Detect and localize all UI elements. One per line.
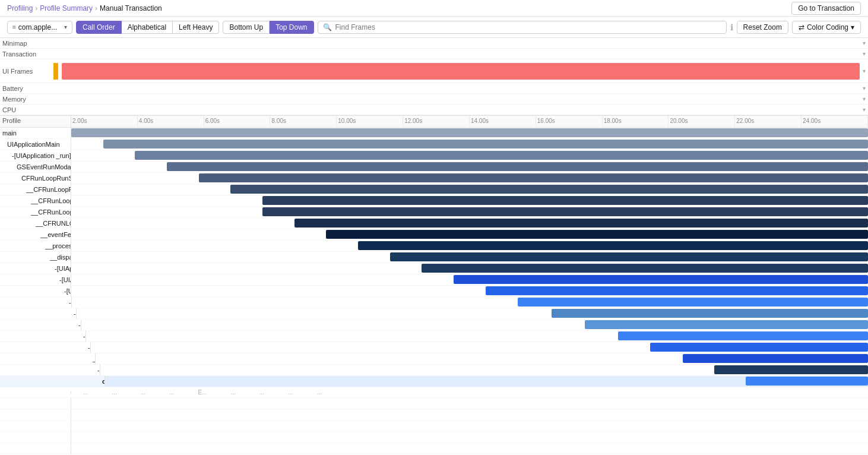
flame-bar <box>618 331 868 340</box>
flame-row[interactable]: -[UIApplication _run] <box>0 150 868 162</box>
menu-icon: ≡ <box>12 24 16 30</box>
timeline-tick: 10.00s <box>337 116 403 127</box>
left-heavy-button[interactable]: Left Heavy <box>173 21 219 34</box>
flame-bar <box>714 365 868 374</box>
flame-row-track <box>91 342 868 353</box>
flame-row-track <box>100 365 868 375</box>
flame-row[interactable]: __CFRUNLOOP_IS_CALLING_OUT_TO_A_SOURCE0_… <box>0 218 868 229</box>
flame-row[interactable]: __dispatchPreprocessedEventFromEventQueu… <box>0 252 868 263</box>
flame-row-label: UIApplicationMain <box>0 139 71 150</box>
flame-row-track <box>71 286 868 296</box>
flame-row[interactable]: __49-[SentrySwizzleWrapper swizzleSendAc… <box>0 353 868 365</box>
minimap-label: Minimap <box>2 40 50 47</box>
dot-group: ... <box>259 389 264 396</box>
minimap-collapse-icon[interactable]: ▾ <box>863 40 866 46</box>
flame-row-label: __eventFetcherSourceCallback <box>0 229 71 240</box>
timeline-tick: 24.00s <box>802 116 868 127</box>
top-down-button[interactable]: Top Down <box>270 21 313 34</box>
flame-row[interactable]: __eventFetcherSourceCallback <box>0 229 868 241</box>
flame-bar <box>135 151 868 160</box>
flame-row-label: -[UIApplicationAccessibility sendEvent:] <box>0 263 71 274</box>
timeline-tick: 22.00s <box>735 116 802 127</box>
flame-row-track <box>71 274 868 285</box>
flame-row-track <box>96 353 868 364</box>
dot-group: E... <box>198 389 207 396</box>
app-selector[interactable]: ≡ com.apple... ▾ <box>7 21 72 34</box>
flame-row[interactable]: -[UIControl _sendActionsForEvents:withEv… <box>0 331 868 342</box>
flame-row-label: -[UIApplication sendAction:to:from:forEv… <box>0 365 100 375</box>
timeline-tick: 4.00s <box>138 116 204 127</box>
search-wrapper: 🔍 <box>318 21 727 34</box>
flame-row[interactable]: main <box>0 128 868 139</box>
timeline-tick: 18.00s <box>603 116 669 127</box>
dot-group: ... <box>288 389 293 396</box>
flame-row[interactable]: __processEventQueue <box>0 241 868 252</box>
cpu-collapse-icon[interactable]: ▾ <box>863 106 866 113</box>
color-coding-label: Color Coding <box>807 23 848 31</box>
flame-row[interactable]: __CFRunLoopDoSources0 <box>0 195 868 207</box>
flame-bar <box>71 128 868 137</box>
dot-group: ... <box>230 389 235 396</box>
flame-row[interactable]: obic_ExtraViewController.causeFrozenFram… <box>0 376 868 387</box>
flame-row[interactable]: CFRunLoopRunSpecific <box>0 173 868 184</box>
alphabetical-button[interactable]: Alphabetical <box>122 21 173 34</box>
flame-row-label: GSEventRunModal <box>0 162 71 172</box>
flame-row-label: -[UIApplication sendEvent:] <box>0 274 71 285</box>
flame-row[interactable]: __CFRunLoopDoSource0 <box>0 207 868 218</box>
timeline-tick: 16.00s <box>536 116 603 127</box>
flame-bar <box>262 196 868 205</box>
call-order-button[interactable]: Call Order <box>76 21 122 34</box>
breadcrumb-profile-summary[interactable]: Profile Summary <box>40 4 93 12</box>
flame-row[interactable]: __CFRunLoopRun <box>0 184 868 195</box>
dot-group: ... <box>83 389 88 396</box>
dots-row: ............E............... <box>0 387 868 398</box>
flame-row[interactable]: -[UIControl sendAction:to:forEvent:] <box>0 342 868 353</box>
flame-row-label: __49-[SentrySwizzleWrapper swizzleSendAc… <box>0 353 96 364</box>
go-to-transaction-button[interactable]: Go to Transaction <box>791 2 861 15</box>
flame-bar <box>358 241 868 250</box>
transaction-content <box>50 49 863 59</box>
empty-track <box>71 409 868 420</box>
breadcrumb-profiling[interactable]: Profiling <box>7 4 33 12</box>
flame-row[interactable]: -[UIButton _sendActionsForEvents:withEve… <box>0 320 868 331</box>
flame-row-label: __CFRUNLOOP_IS_CALLING_OUT_TO_A_SOURCE0_… <box>0 218 71 229</box>
flame-row[interactable]: -[UIWindow _sendTouchesForEvent:] <box>0 297 868 308</box>
flame-bar <box>518 298 868 307</box>
memory-collapse-icon[interactable]: ▾ <box>863 96 866 102</box>
flame-bar <box>650 343 868 352</box>
flame-row[interactable]: -[UIApplicationAccessibility sendEvent:] <box>0 263 868 274</box>
flame-row[interactable]: UIApplicationMain <box>0 139 868 150</box>
bottom-up-button[interactable]: Bottom Up <box>223 21 270 34</box>
flame-row-label: obic_ExtraViewController.causeFrozenFram… <box>0 376 105 387</box>
battery-collapse-icon[interactable]: ▾ <box>863 85 866 91</box>
flame-bar <box>454 275 868 284</box>
dot-group: ... <box>141 389 145 396</box>
flame-row-track <box>81 320 868 330</box>
timeline-tick: 6.00s <box>204 116 271 127</box>
ui-frame-red-bar <box>62 63 860 80</box>
flame-row[interactable]: -[UIWindow sendEvent:] <box>0 286 868 297</box>
transaction-collapse-icon[interactable]: ▾ <box>863 50 866 57</box>
flame-row-track <box>71 218 868 229</box>
flame-row-label: -[UIWindow sendEvent:] <box>0 286 71 296</box>
reset-zoom-button[interactable]: Reset Zoom <box>737 21 788 34</box>
view-mode-group: Bottom Up Top Down <box>223 21 313 34</box>
flame-row[interactable]: GSEventRunModal <box>0 162 868 173</box>
breadcrumb-sep-2: › <box>95 4 97 12</box>
empty-flame-row <box>0 443 868 454</box>
flame-row[interactable]: -[UIApplication sendAction:to:from:forEv… <box>0 365 868 376</box>
flame-row-label: -[UIControl sendAction:to:forEvent:] <box>0 342 91 353</box>
search-input[interactable] <box>335 23 721 31</box>
ui-frames-collapse-icon[interactable]: ▾ <box>863 68 866 74</box>
timeline-tick: 8.00s <box>270 116 337 127</box>
info-icon[interactable]: ℹ <box>730 23 733 32</box>
color-coding-button[interactable]: ⇄ Color Coding ▾ <box>792 21 861 34</box>
flame-row-track <box>71 173 868 184</box>
empty-track <box>71 443 868 454</box>
breadcrumb-sep-1: › <box>35 4 37 12</box>
flame-row[interactable]: -[UIApplication sendEvent:] <box>0 274 868 286</box>
flame-row-track <box>71 162 868 172</box>
empty-label <box>0 421 71 431</box>
flame-row-track <box>72 297 868 308</box>
flame-row[interactable]: -[UIControl touchesEnded:withEvent:] <box>0 308 868 320</box>
